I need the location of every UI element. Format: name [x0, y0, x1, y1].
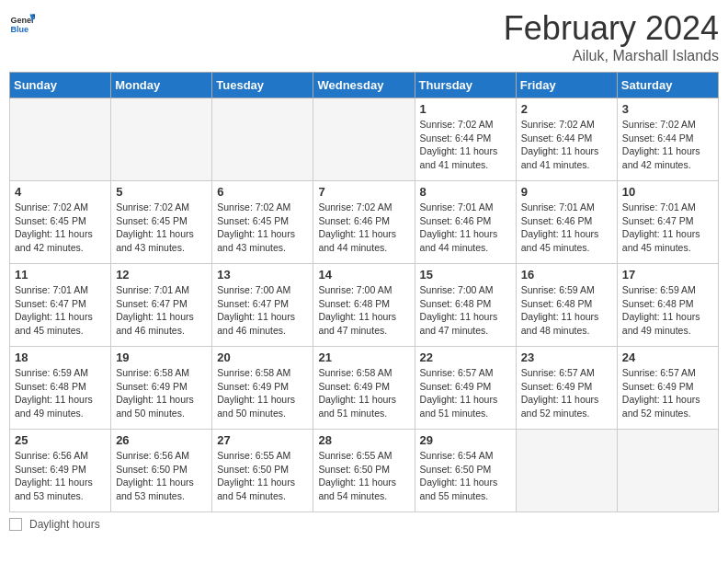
calendar-cell — [212, 98, 313, 181]
day-info: Sunrise: 6:59 AM Sunset: 6:48 PM Dayligh… — [622, 283, 713, 338]
day-info: Sunrise: 6:56 AM Sunset: 6:49 PM Dayligh… — [15, 449, 106, 503]
day-info: Sunrise: 6:57 AM Sunset: 6:49 PM Dayligh… — [622, 366, 713, 420]
calendar-week-row: 25Sunrise: 6:56 AM Sunset: 6:49 PM Dayli… — [10, 430, 719, 512]
weekday-header: Saturday — [617, 73, 718, 98]
calendar-header-row: SundayMondayTuesdayWednesdayThursdayFrid… — [10, 73, 719, 98]
day-info: Sunrise: 7:02 AM Sunset: 6:45 PM Dayligh… — [116, 201, 207, 255]
weekday-header: Monday — [111, 73, 212, 98]
day-number: 2 — [521, 102, 612, 116]
calendar-cell — [617, 430, 718, 512]
day-info: Sunrise: 7:01 AM Sunset: 6:47 PM Dayligh… — [15, 283, 106, 338]
day-info: Sunrise: 6:57 AM Sunset: 6:49 PM Dayligh… — [420, 366, 511, 420]
day-info: Sunrise: 6:58 AM Sunset: 6:49 PM Dayligh… — [217, 366, 308, 420]
calendar-cell: 8Sunrise: 7:01 AM Sunset: 6:46 PM Daylig… — [415, 181, 516, 264]
weekday-header: Friday — [516, 73, 617, 98]
calendar-table: SundayMondayTuesdayWednesdayThursdayFrid… — [9, 72, 719, 512]
title-block: February 2024 Ailuk, Marshall Islands — [504, 9, 719, 64]
calendar-cell: 14Sunrise: 7:00 AM Sunset: 6:48 PM Dayli… — [313, 264, 415, 347]
day-info: Sunrise: 6:58 AM Sunset: 6:49 PM Dayligh… — [318, 366, 409, 420]
calendar-cell: 7Sunrise: 7:02 AM Sunset: 6:46 PM Daylig… — [313, 181, 415, 264]
day-number: 1 — [420, 102, 511, 116]
logo-icon: General Blue — [9, 9, 35, 35]
day-number: 14 — [318, 268, 409, 282]
day-info: Sunrise: 7:01 AM Sunset: 6:47 PM Dayligh… — [622, 201, 713, 255]
calendar-cell: 11Sunrise: 7:01 AM Sunset: 6:47 PM Dayli… — [10, 264, 111, 347]
day-number: 4 — [15, 185, 106, 199]
page-header: General Blue February 2024 Ailuk, Marsha… — [9, 9, 719, 64]
calendar-cell: 3Sunrise: 7:02 AM Sunset: 6:44 PM Daylig… — [617, 98, 718, 181]
calendar-cell: 12Sunrise: 7:01 AM Sunset: 6:47 PM Dayli… — [111, 264, 212, 347]
calendar-cell: 24Sunrise: 6:57 AM Sunset: 6:49 PM Dayli… — [617, 347, 718, 430]
day-number: 3 — [622, 102, 713, 116]
calendar-cell: 15Sunrise: 7:00 AM Sunset: 6:48 PM Dayli… — [415, 264, 516, 347]
day-number: 27 — [217, 433, 308, 447]
calendar-cell: 27Sunrise: 6:55 AM Sunset: 6:50 PM Dayli… — [212, 430, 313, 512]
day-number: 19 — [116, 350, 207, 364]
day-number: 7 — [318, 185, 409, 199]
calendar-cell: 2Sunrise: 7:02 AM Sunset: 6:44 PM Daylig… — [516, 98, 617, 181]
day-number: 17 — [622, 268, 713, 282]
calendar-week-row: 11Sunrise: 7:01 AM Sunset: 6:47 PM Dayli… — [10, 264, 719, 347]
day-number: 9 — [521, 185, 612, 199]
day-number: 5 — [116, 185, 207, 199]
day-info: Sunrise: 7:02 AM Sunset: 6:44 PM Dayligh… — [420, 118, 511, 172]
day-info: Sunrise: 7:02 AM Sunset: 6:44 PM Dayligh… — [622, 118, 713, 172]
day-number: 11 — [15, 268, 106, 282]
day-info: Sunrise: 6:59 AM Sunset: 6:48 PM Dayligh… — [15, 366, 106, 420]
day-number: 26 — [116, 433, 207, 447]
day-info: Sunrise: 6:55 AM Sunset: 6:50 PM Dayligh… — [318, 449, 409, 503]
calendar-title: February 2024 — [504, 9, 719, 48]
calendar-cell: 10Sunrise: 7:01 AM Sunset: 6:47 PM Dayli… — [617, 181, 718, 264]
day-info: Sunrise: 6:56 AM Sunset: 6:50 PM Dayligh… — [116, 449, 207, 503]
day-info: Sunrise: 7:02 AM Sunset: 6:44 PM Dayligh… — [521, 118, 612, 172]
calendar-cell — [111, 98, 212, 181]
day-number: 8 — [420, 185, 511, 199]
day-info: Sunrise: 7:02 AM Sunset: 6:45 PM Dayligh… — [15, 201, 106, 255]
day-info: Sunrise: 7:01 AM Sunset: 6:46 PM Dayligh… — [420, 201, 511, 255]
day-number: 20 — [217, 350, 308, 364]
calendar-cell: 1Sunrise: 7:02 AM Sunset: 6:44 PM Daylig… — [415, 98, 516, 181]
calendar-week-row: 1Sunrise: 7:02 AM Sunset: 6:44 PM Daylig… — [10, 98, 719, 181]
day-info: Sunrise: 6:55 AM Sunset: 6:50 PM Dayligh… — [217, 449, 308, 503]
day-number: 12 — [116, 268, 207, 282]
calendar-cell: 5Sunrise: 7:02 AM Sunset: 6:45 PM Daylig… — [111, 181, 212, 264]
weekday-header: Sunday — [10, 73, 111, 98]
calendar-week-row: 4Sunrise: 7:02 AM Sunset: 6:45 PM Daylig… — [10, 181, 719, 264]
day-number: 25 — [15, 433, 106, 447]
day-number: 29 — [420, 433, 511, 447]
calendar-cell: 19Sunrise: 6:58 AM Sunset: 6:49 PM Dayli… — [111, 347, 212, 430]
calendar-cell: 16Sunrise: 6:59 AM Sunset: 6:48 PM Dayli… — [516, 264, 617, 347]
calendar-cell: 9Sunrise: 7:01 AM Sunset: 6:46 PM Daylig… — [516, 181, 617, 264]
day-number: 23 — [521, 350, 612, 364]
day-info: Sunrise: 7:01 AM Sunset: 6:46 PM Dayligh… — [521, 201, 612, 255]
calendar-cell: 17Sunrise: 6:59 AM Sunset: 6:48 PM Dayli… — [617, 264, 718, 347]
day-number: 16 — [521, 268, 612, 282]
calendar-cell — [313, 98, 415, 181]
day-number: 28 — [318, 433, 409, 447]
day-number: 13 — [217, 268, 308, 282]
calendar-cell: 23Sunrise: 6:57 AM Sunset: 6:49 PM Dayli… — [516, 347, 617, 430]
day-number: 18 — [15, 350, 106, 364]
calendar-cell — [516, 430, 617, 512]
calendar-cell: 28Sunrise: 6:55 AM Sunset: 6:50 PM Dayli… — [313, 430, 415, 512]
day-number: 10 — [622, 185, 713, 199]
day-info: Sunrise: 7:02 AM Sunset: 6:46 PM Dayligh… — [318, 201, 409, 255]
day-number: 6 — [217, 185, 308, 199]
calendar-cell: 20Sunrise: 6:58 AM Sunset: 6:49 PM Dayli… — [212, 347, 313, 430]
calendar-cell: 4Sunrise: 7:02 AM Sunset: 6:45 PM Daylig… — [10, 181, 111, 264]
legend-box — [9, 518, 22, 531]
calendar-cell — [10, 98, 111, 181]
calendar-cell: 26Sunrise: 6:56 AM Sunset: 6:50 PM Dayli… — [111, 430, 212, 512]
legend-label: Daylight hours — [29, 518, 100, 531]
weekday-header: Wednesday — [313, 73, 415, 98]
day-info: Sunrise: 7:00 AM Sunset: 6:47 PM Dayligh… — [217, 283, 308, 338]
day-info: Sunrise: 7:00 AM Sunset: 6:48 PM Dayligh… — [420, 283, 511, 338]
calendar-footer: Daylight hours — [9, 518, 719, 531]
day-info: Sunrise: 6:57 AM Sunset: 6:49 PM Dayligh… — [521, 366, 612, 420]
day-info: Sunrise: 7:02 AM Sunset: 6:45 PM Dayligh… — [217, 201, 308, 255]
calendar-cell: 29Sunrise: 6:54 AM Sunset: 6:50 PM Dayli… — [415, 430, 516, 512]
day-info: Sunrise: 6:58 AM Sunset: 6:49 PM Dayligh… — [116, 366, 207, 420]
calendar-cell: 25Sunrise: 6:56 AM Sunset: 6:49 PM Dayli… — [10, 430, 111, 512]
day-number: 21 — [318, 350, 409, 364]
weekday-header: Tuesday — [212, 73, 313, 98]
